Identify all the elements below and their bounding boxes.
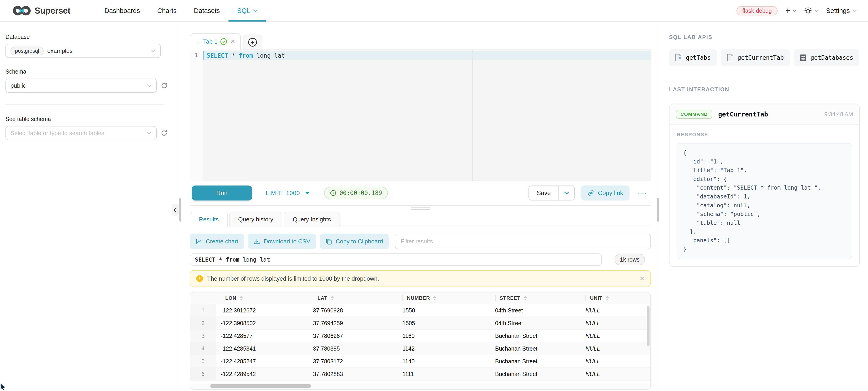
sqllab-left-sidebar: Database postgresql examples Schema publ…	[0, 22, 177, 391]
sort-icon[interactable]	[433, 296, 436, 300]
column-header-lat[interactable]: LAT	[308, 292, 398, 304]
results-table-header: LON LAT NUMBER STREET UNIT	[190, 292, 650, 304]
navbar-right: flask-debug + Settings	[737, 6, 856, 15]
settings-menu[interactable]: Settings	[826, 7, 856, 14]
row-limit-warning: ! The number of rows displayed is limite…	[190, 270, 651, 287]
schema-select-value: public	[10, 82, 26, 89]
chart-icon	[196, 238, 202, 245]
chevron-down-icon	[147, 131, 152, 135]
scrollbar-thumb[interactable]	[210, 384, 311, 388]
chevron-left-icon	[174, 207, 177, 213]
get-databases-button[interactable]: getDatabases	[794, 49, 859, 66]
table-row[interactable]: 5 -122.4285247 37.7803172 1140 Buchanan …	[190, 355, 650, 368]
chevron-down-icon	[564, 191, 569, 195]
copy-link-button[interactable]: Copy link	[581, 186, 629, 200]
api-panel-title: SQL LAB APIS	[669, 34, 860, 40]
create-chart-button[interactable]: Create chart	[190, 234, 244, 249]
schema-select[interactable]: public	[5, 78, 157, 93]
close-icon[interactable]: ✕	[640, 275, 645, 282]
line-number: 1	[190, 52, 203, 58]
mouse-cursor	[0, 383, 6, 391]
sun-icon	[804, 7, 812, 14]
nav-datasets[interactable]: Datasets	[185, 0, 228, 22]
response-label: RESPONSE	[677, 132, 852, 138]
column-header-unit[interactable]: UNIT	[581, 292, 650, 304]
horizontal-scrollbar[interactable]	[190, 383, 650, 389]
table-row[interactable]: 2 -122.3908502 37.7694259 1505 04th Stre…	[190, 317, 650, 330]
last-interaction-title: LAST INTERACTION	[669, 86, 860, 93]
column-header-street[interactable]: STREET	[491, 292, 581, 304]
get-current-tab-button[interactable]: getCurrentTab	[721, 49, 790, 66]
more-actions-button[interactable]: ···	[636, 189, 649, 197]
copy-icon	[326, 238, 332, 245]
sql-code-editor[interactable]: 1 SELECT * from long_lat	[190, 50, 651, 181]
refresh-schemas-icon[interactable]	[161, 82, 167, 89]
toolbar-right: Save Copy link ···	[528, 186, 649, 200]
sort-icon[interactable]	[524, 296, 527, 300]
sort-icon[interactable]	[331, 296, 334, 300]
new-item-menu[interactable]: +	[785, 7, 797, 15]
refresh-tables-icon[interactable]	[161, 130, 167, 136]
plus-circle-icon: +	[248, 38, 257, 46]
save-button[interactable]: Save	[529, 186, 559, 200]
tab-query-insights[interactable]: Query Insights	[284, 211, 340, 227]
save-options-button[interactable]	[559, 186, 575, 200]
last-interaction-card: COMMAND getCurrentTab 9:34:48 AM RESPONS…	[669, 103, 860, 267]
save-split-button: Save	[528, 186, 575, 200]
collapse-sidebar-button[interactable]	[172, 204, 179, 216]
row-number-header	[190, 292, 216, 304]
check-circle-icon	[220, 38, 227, 45]
filter-results-input[interactable]	[395, 234, 651, 249]
database-engine-badge: postgresql	[10, 46, 43, 56]
chevron-down-icon	[852, 9, 856, 12]
editor-tab-1[interactable]: ⋮ Tab 1 ✕	[190, 33, 241, 50]
table-select[interactable]: Select table or type to search tables	[5, 126, 157, 140]
chevron-down-icon	[814, 9, 818, 12]
results-actions: Create chart Download to CSV Copy to Cli…	[190, 233, 651, 249]
tab-query-history[interactable]: Query history	[229, 211, 282, 227]
nav-sql[interactable]: SQL	[228, 0, 266, 22]
database-select-value: examples	[47, 47, 72, 55]
pane-resize-handle[interactable]	[190, 207, 651, 210]
api-buttons: getTabs getCurrentTab getDatabases	[669, 49, 860, 66]
run-button[interactable]: Run	[192, 186, 252, 200]
download-csv-button[interactable]: Download to CSV	[248, 234, 316, 249]
table-row[interactable]: 4 -122.4285341 37.780385 1142 Buchanan S…	[190, 343, 650, 355]
get-tabs-button[interactable]: getTabs	[669, 49, 717, 66]
superset-logo[interactable]: Superset	[13, 6, 70, 16]
tab-results[interactable]: Results	[190, 211, 228, 227]
copy-link-label: Copy link	[598, 190, 623, 197]
column-header-lon[interactable]: LON	[216, 292, 308, 304]
drag-handle-icon[interactable]: ⋮	[195, 38, 200, 45]
nav-dashboards[interactable]: Dashboards	[96, 0, 149, 22]
table-row[interactable]: 3 -122.428577 37.7806267 1160 Buchanan S…	[190, 330, 650, 343]
brand-name: Superset	[34, 6, 70, 16]
add-tab-button[interactable]: +	[243, 34, 262, 50]
command-name: getCurrentTab	[718, 110, 768, 118]
nav-charts[interactable]: Charts	[149, 0, 185, 22]
copy-clipboard-button[interactable]: Copy to Clipboard	[320, 234, 389, 249]
timer-value: 00:00:00.189	[340, 190, 382, 196]
limit-dropdown[interactable]: LIMIT: 1000	[266, 190, 310, 197]
editor-toolbar: Run LIMIT: 1000 00:00:00.189 Save	[190, 181, 651, 206]
document-tabs-icon	[675, 54, 682, 62]
table-row[interactable]: 1 -122.3912672 37.7690928 1550 04th Stre…	[190, 304, 650, 317]
table-row[interactable]: 6 -122.4289542 37.7802883 1111 Buchanan …	[190, 368, 650, 381]
sort-icon[interactable]	[606, 296, 609, 300]
table-select-placeholder: Select table or type to search tables	[10, 130, 104, 137]
query-timer: 00:00:00.189	[324, 187, 388, 199]
vertical-scrollbar[interactable]	[647, 306, 650, 346]
command-card-header: COMMAND getCurrentTab 9:34:48 AM	[670, 104, 859, 125]
column-header-number[interactable]: NUMBER	[398, 292, 491, 304]
theme-toggle[interactable]	[804, 7, 818, 14]
sidebar-drag-bar[interactable]	[179, 198, 181, 222]
database-select[interactable]: postgresql examples	[5, 44, 161, 58]
warning-icon: !	[196, 275, 203, 282]
editor-gutter: 1	[190, 50, 203, 181]
plus-icon: +	[785, 7, 790, 15]
response-code-block: { "id": "1", "title": "Tab 1", "editor":…	[677, 143, 852, 259]
clock-icon	[330, 190, 336, 196]
close-tab-icon[interactable]: ✕	[231, 38, 235, 45]
sort-icon[interactable]	[240, 296, 243, 300]
command-type-badge: COMMAND	[676, 110, 712, 119]
